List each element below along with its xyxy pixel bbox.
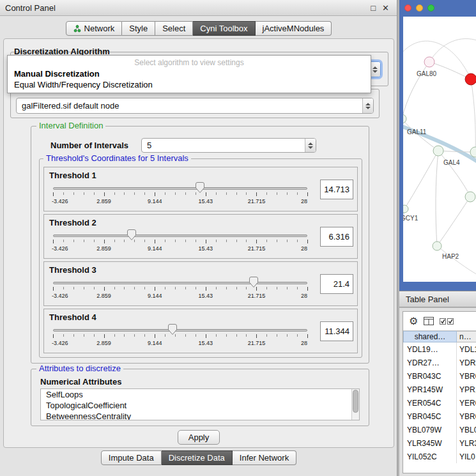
attribute-list-item[interactable]: BetweennessCentrality (41, 411, 359, 420)
slider-ticks (53, 287, 307, 291)
tab-style[interactable]: Style (122, 21, 155, 36)
slider-track (53, 187, 307, 190)
tab-style-label: Style (129, 24, 148, 33)
number-of-intervals-value: 5 (142, 141, 305, 150)
tab-select-label: Select (162, 24, 185, 33)
tab-cyni-toolbox[interactable]: Cyni Toolbox (193, 21, 255, 36)
cell-name: YPR1 (457, 383, 476, 396)
algorithm-dropdown-popup: Select algorithm to view settings Manual… (7, 55, 371, 93)
apply-button[interactable]: Apply (178, 430, 220, 445)
table-row[interactable]: YIL052CYIL0 (403, 450, 476, 463)
mac-close-button[interactable] (404, 4, 411, 12)
table-row[interactable]: YER054CYER0 (403, 396, 476, 410)
table-rows: YDL19…YDL1YDR27…YDR2YBR043CYBR0YPR145WYP… (403, 342, 476, 463)
tab-network-label: Network (84, 24, 115, 33)
threshold-value-input[interactable]: 6.316 (320, 227, 353, 247)
attribute-list-item[interactable]: TopologicalCoefficient (41, 400, 359, 411)
slider-thumb[interactable] (196, 182, 204, 194)
number-of-intervals-combobox[interactable]: 5 (141, 138, 316, 153)
table-row[interactable]: YBR043CYBR0 (403, 369, 476, 383)
cell-shared-name: YER054C (403, 396, 457, 410)
threshold-value-input[interactable]: 14.713 (320, 180, 353, 199)
cell-name: YDL1 (457, 342, 476, 356)
select-all-checkboxes-icon[interactable] (440, 318, 454, 325)
numerical-attributes-list[interactable]: SelfLoopsTopologicalCoefficientBetweenne… (40, 388, 360, 420)
dropdown-option-equal-width-frequency-discretization[interactable]: Equal Width/Frequency Discretization (8, 79, 371, 90)
slider-scale: -3.4262.8599.14415.4321.71528 (53, 340, 307, 347)
gear-icon[interactable]: ⚙ (409, 316, 418, 326)
tab-impute-data-label: Impute Data (109, 453, 154, 463)
network-node[interactable] (403, 114, 406, 123)
threshold-slider[interactable]: -3.4262.8599.14415.4321.71528 (53, 183, 307, 210)
network-canvas[interactable]: GAL80GAL11GAL4GCY1HAP2 (403, 17, 476, 282)
threshold-panel: Threshold 2-3.4262.8599.14415.4321.71528… (43, 214, 358, 259)
cell-name: YLR3 (457, 436, 476, 450)
combo-stepper-icon[interactable] (362, 98, 373, 113)
table-row[interactable]: YBR045CYBR0 (403, 410, 476, 423)
threshold-slider[interactable]: -3.4262.8599.14415.4321.71528 (53, 230, 307, 257)
threshold-panel: Threshold 4-3.4262.8599.14415.4321.71528… (43, 309, 358, 353)
slider-thumb[interactable] (168, 324, 177, 335)
threshold-slider[interactable]: -3.4262.8599.14415.4321.71528 (53, 325, 307, 351)
cell-name: YER0 (457, 396, 476, 410)
mac-minimize-button[interactable] (416, 4, 423, 12)
network-node[interactable] (424, 57, 434, 67)
table-row[interactable]: YDL19…YDL1 (403, 342, 476, 356)
table-row[interactable]: YDR27…YDR2 (403, 356, 476, 369)
network-node-label: GAL80 (417, 70, 437, 77)
network-node-label: HAP2 (442, 253, 459, 260)
table-row[interactable]: YLR345WYLR3 (403, 436, 476, 450)
network-node[interactable] (433, 146, 443, 156)
dropdown-options: Manual DiscretizationEqual Width/Frequen… (8, 68, 371, 90)
network-node[interactable] (465, 192, 475, 202)
slider-ticks (53, 192, 307, 197)
slider-ticks (53, 240, 307, 244)
attribute-list-item[interactable]: SelfLoops (41, 389, 359, 400)
threshold-label: Threshold 3 (49, 265, 96, 275)
threshold-slider[interactable]: -3.4262.8599.14415.4321.71528 (53, 277, 307, 304)
table-data-combobox[interactable]: galFiltered.sif default node (16, 98, 374, 114)
slider-scale: -3.4262.8599.14415.4321.71528 (53, 245, 307, 252)
tab-impute-data[interactable]: Impute Data (101, 450, 162, 465)
table-panel: ⚙ shared… n… YDL19…YDL1YDR27…YDR2YBR043C… (399, 308, 476, 476)
slider-track (53, 234, 307, 237)
control-panel-titlebar: Control Panel □ ✕ (0, 0, 397, 16)
float-window-icon[interactable]: □ (371, 4, 376, 12)
network-node[interactable] (433, 242, 441, 250)
tab-network[interactable]: Network (66, 21, 123, 36)
slider-ticks (53, 334, 307, 339)
scrollbar[interactable] (351, 389, 359, 420)
cell-name: YBL0 (457, 423, 476, 436)
table-row[interactable]: YBL079WYBL0 (403, 423, 476, 436)
network-edges (403, 39, 476, 275)
tab-infer-network[interactable]: Infer Network (233, 450, 296, 465)
table-row[interactable]: YPR145WYPR1 (403, 383, 476, 396)
slider-thumb[interactable] (249, 277, 258, 288)
network-node[interactable] (403, 205, 408, 213)
thresholds-fieldset-label: Threshold's Coordinates for 5 Intervals (43, 153, 191, 163)
cell-shared-name: YPR145W (403, 383, 457, 396)
combo-stepper-icon[interactable] (305, 139, 316, 152)
table-columns-icon[interactable] (424, 317, 434, 325)
threshold-value-input[interactable]: 21.4 (320, 274, 353, 294)
attributes-to-discretize-label: Attributes to discretize (36, 364, 123, 373)
tab-select[interactable]: Select (155, 21, 193, 36)
scrollbar-thumb[interactable] (353, 390, 358, 413)
column-header-shared-name[interactable]: shared… (403, 331, 457, 342)
control-panel-window: Control Panel □ ✕ NetworkStyleSelectCyni… (0, 0, 397, 476)
threshold-label: Threshold 2 (49, 218, 96, 227)
slider-thumb[interactable] (127, 229, 136, 241)
tab-jactivemnodules[interactable]: jActiveMNodules (256, 21, 332, 36)
control-panel-title: Control Panel (0, 3, 371, 13)
mac-zoom-button[interactable] (427, 4, 434, 12)
dropdown-option-manual-discretization[interactable]: Manual Discretization (8, 68, 371, 79)
column-header-name[interactable]: n… (457, 331, 476, 342)
close-window-icon[interactable]: ✕ (382, 4, 389, 12)
node-table: ⚙ shared… n… YDL19…YDL1YDR27…YDR2YBR043C… (403, 311, 476, 473)
tab-discretize-data[interactable]: Discretize Data (162, 450, 233, 465)
threshold-panel: Threshold 3-3.4262.8599.14415.4321.71528… (43, 261, 358, 306)
threshold-value-input[interactable]: 11.344 (320, 321, 353, 341)
network-graph: GAL80GAL11GAL4GCY1HAP2 (403, 17, 476, 282)
network-node[interactable] (465, 73, 476, 85)
tab-cyni-toolbox-label: Cyni Toolbox (200, 24, 247, 33)
